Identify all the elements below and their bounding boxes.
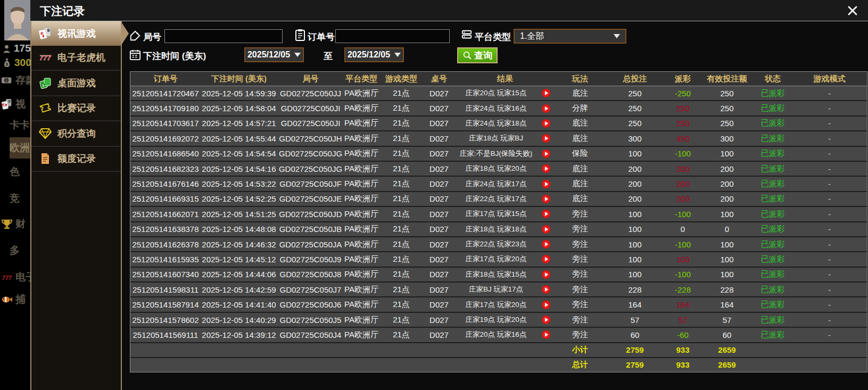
video-play-button[interactable] bbox=[542, 270, 550, 279]
sidebar-item-2[interactable]: $桌面游戏 bbox=[31, 71, 121, 96]
cell-result: 庄家:不是BJ(保险失败) bbox=[454, 147, 556, 161]
cell-platform: PA欧洲厅 bbox=[344, 131, 379, 145]
svg-text:777: 777 bbox=[39, 54, 51, 62]
date-from-select[interactable]: 2025/12/05 bbox=[244, 47, 304, 62]
video-play-button[interactable] bbox=[542, 301, 550, 309]
round-id-input[interactable] bbox=[164, 29, 283, 43]
cell-total-bet: 100 bbox=[605, 268, 665, 281]
platform-type-select[interactable]: 1.全部 bbox=[514, 29, 626, 44]
bet-time-label: 下注时间 (美东) bbox=[143, 50, 206, 62]
result-text: 庄家22点 玩家17点 bbox=[466, 194, 527, 204]
cell-payout: 250 bbox=[665, 101, 700, 115]
cell-play-type: 旁注 bbox=[556, 297, 605, 311]
cell-total-bet: 100 bbox=[605, 252, 665, 266]
cell-payout: 57 bbox=[665, 313, 700, 327]
cell-total-bet: 250 bbox=[605, 101, 665, 115]
cell-status: 已派彩 bbox=[754, 237, 792, 251]
cell-play-type: 底注 bbox=[556, 192, 605, 206]
sidebar-item-4[interactable]: 积分查询 bbox=[31, 121, 121, 147]
header-play-type: 玩法 bbox=[556, 72, 605, 86]
cell-round-id: GD02725C050JE bbox=[277, 192, 344, 206]
table-row: 2512051415983112025-12-05 14:42:59GD0272… bbox=[130, 283, 867, 297]
cell-result: 庄家20点 玩家15点 bbox=[454, 86, 556, 100]
cell-game-mode: - bbox=[792, 131, 867, 145]
cell-bet-time: 2025-12-05 14:54:16 bbox=[201, 162, 277, 176]
svg-text:$: $ bbox=[42, 83, 44, 87]
cell-valid-bet: 57 bbox=[700, 313, 754, 327]
sidebar-item-5[interactable]: 额度记录 bbox=[31, 147, 121, 172]
video-play-button[interactable] bbox=[542, 316, 550, 324]
close-icon[interactable] bbox=[847, 5, 858, 16]
cell-status: 已派彩 bbox=[754, 131, 792, 145]
cell-game-type: 21点 bbox=[379, 313, 424, 327]
cell-game-type: 21点 bbox=[379, 131, 424, 145]
cell-table-no: D027 bbox=[424, 222, 454, 236]
cell-order-id: 251205141669315 bbox=[130, 192, 201, 206]
cell-table-no: D027 bbox=[424, 313, 454, 327]
cell-round-id: GD02725C050J8 bbox=[277, 268, 344, 281]
modal-title: 下注记录 bbox=[40, 4, 85, 19]
cell-total-bet: 200 bbox=[605, 192, 665, 206]
video-play-button[interactable] bbox=[542, 134, 550, 143]
cell-result: 庄家17点 玩家20点 bbox=[454, 252, 556, 266]
video-play-button[interactable] bbox=[542, 104, 550, 113]
cell-table-no: D027 bbox=[424, 328, 454, 342]
cell-payout: 100 bbox=[665, 252, 700, 266]
cell-platform: PA欧洲厅 bbox=[344, 283, 379, 296]
cell-play-type: 旁注 bbox=[556, 252, 605, 266]
video-play-button[interactable] bbox=[542, 195, 550, 203]
cell-round-id: GD02725C050JB bbox=[277, 222, 344, 236]
subtotal-row-status bbox=[754, 343, 792, 357]
video-play-button[interactable] bbox=[542, 119, 550, 128]
cell-order-id: 251205141615935 bbox=[130, 252, 201, 266]
table-row: 2512051416383782025-12-05 14:48:08GD0272… bbox=[130, 222, 867, 237]
cell-status: 已派彩 bbox=[754, 283, 792, 296]
cell-table-no: D027 bbox=[424, 237, 454, 251]
video-play-button[interactable] bbox=[542, 210, 550, 218]
cell-game-mode: - bbox=[792, 162, 867, 176]
cell-platform: PA欧洲厅 bbox=[344, 328, 379, 342]
search-button[interactable]: 查询 bbox=[457, 47, 498, 63]
grand-total-row-round-id bbox=[277, 358, 344, 372]
video-play-button[interactable] bbox=[542, 180, 550, 188]
grand-total-row-total-bet: 2759 bbox=[605, 358, 665, 372]
table-games-icon: $ bbox=[39, 77, 52, 89]
cell-result: 庄家24点 玩家16点 bbox=[454, 101, 556, 115]
video-play-button[interactable] bbox=[542, 150, 550, 158]
video-play-button[interactable] bbox=[542, 225, 550, 234]
sidebar-item-3[interactable]: 比赛记录 bbox=[31, 96, 121, 122]
video-play-button[interactable] bbox=[542, 89, 550, 97]
cell-total-bet: 200 bbox=[605, 177, 665, 190]
cell-table-no: D027 bbox=[424, 86, 454, 100]
table-row: 2512051415879142025-12-05 14:41:40GD0272… bbox=[130, 297, 867, 312]
cell-valid-bet: 250 bbox=[700, 117, 754, 130]
video-play-button[interactable] bbox=[542, 240, 550, 248]
video-play-button[interactable] bbox=[542, 330, 550, 339]
cell-payout: -100 bbox=[665, 268, 700, 281]
sidebar-item-label: 视讯游戏 bbox=[57, 27, 96, 40]
slots-777-icon: 777 bbox=[38, 52, 52, 63]
video-play-button[interactable] bbox=[542, 164, 550, 173]
sidebar-item-1[interactable]: 777电子老虎机 bbox=[31, 46, 121, 71]
cell-status: 已派彩 bbox=[754, 268, 792, 281]
grand-total-row-table-no bbox=[424, 358, 454, 372]
date-to-select[interactable]: 2025/12/05 bbox=[344, 47, 404, 62]
cell-table-no: D027 bbox=[424, 207, 454, 221]
table-row: 2512051416159352025-12-05 14:45:12GD0272… bbox=[130, 252, 867, 267]
cell-play-type: 旁注 bbox=[556, 222, 605, 236]
video-play-button[interactable] bbox=[542, 285, 550, 294]
video-play-button[interactable] bbox=[542, 255, 550, 263]
result-text: 庄家BJ 玩家17点 bbox=[469, 285, 523, 294]
header-table-no: 桌号 bbox=[424, 72, 454, 86]
table-row: 2512051416620712025-12-05 14:51:25GD0272… bbox=[130, 207, 867, 222]
cell-result: 庄家22点 玩家17点 bbox=[454, 192, 556, 206]
cell-game-type: 21点 bbox=[379, 268, 424, 281]
background-menu-label: 捕 bbox=[15, 293, 26, 306]
order-id-input[interactable] bbox=[335, 29, 450, 43]
sidebar-item-label: 桌面游戏 bbox=[57, 77, 96, 89]
background-menu-label: 视 bbox=[15, 97, 26, 111]
result-text: 庄家24点 玩家18点 bbox=[466, 119, 527, 128]
clipboard-icon bbox=[295, 29, 305, 44]
sidebar-item-0[interactable]: 9K♥视讯游戏 bbox=[31, 21, 121, 46]
subtotal-row-platform bbox=[344, 343, 379, 357]
